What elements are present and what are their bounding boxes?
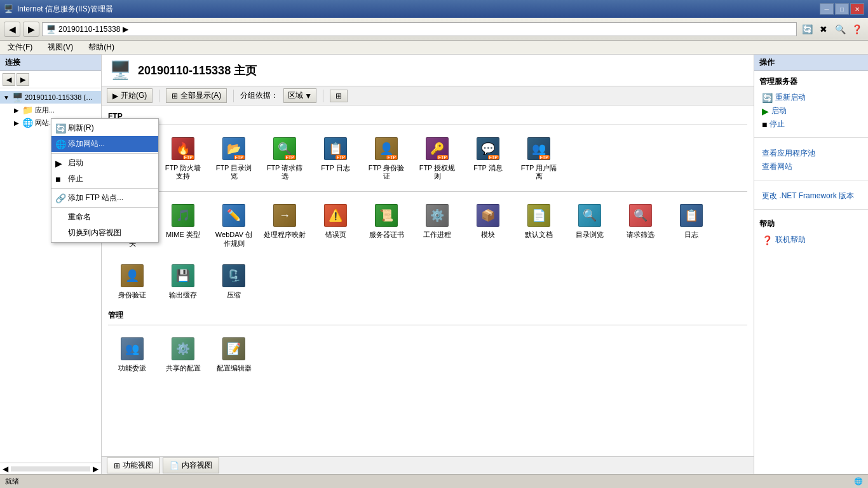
- sidebar-tool-btn-1[interactable]: ◀: [3, 73, 15, 86]
- ftp-perm-img: 🔑 FTP: [424, 136, 450, 161]
- icon-ftp-log[interactable]: 📋 FTP FTP 日志: [311, 132, 360, 185]
- title-bar: 🖥️ Internet 信息服务(IIS)管理器 ─ □ ✕: [0, 0, 868, 18]
- icon-output-cache[interactable]: 💾 输出缓存: [159, 259, 207, 304]
- sidebar-scroll-left[interactable]: ◀: [3, 464, 8, 473]
- right-panel-header: 操作: [754, 55, 868, 71]
- maximize-button[interactable]: □: [835, 3, 849, 15]
- ctx-refresh-icon: 🔄: [55, 123, 66, 133]
- default-doc-img: 📄: [526, 203, 552, 228]
- sidebar-header: 连接: [0, 55, 101, 71]
- feature-view-tab[interactable]: ⊞ 功能视图: [107, 458, 160, 473]
- toolbar-start-btn[interactable]: ▶ 开始(G): [107, 88, 153, 103]
- content-title: 20190110-115338 主页: [138, 63, 257, 78]
- group-by-dropdown[interactable]: 区域 ▼: [283, 88, 316, 103]
- ftp-section-label: FTP: [108, 112, 747, 121]
- ctx-sep-2: [51, 188, 158, 189]
- content-header: 🖥️ 20190110-115338 主页: [102, 55, 754, 86]
- icon-log[interactable]: 📋 日志: [667, 198, 715, 252]
- sidebar-scrollbar[interactable]: [11, 466, 90, 471]
- ftp-log-img: 📋 FTP: [323, 136, 348, 161]
- right-link-start[interactable]: ▶ 启动: [759, 104, 863, 118]
- right-link-restart[interactable]: 🔄 重新启动: [759, 91, 863, 104]
- start-icon: ▶: [762, 106, 769, 116]
- toolbar-show-all-btn[interactable]: ⊞ 全部显示(A): [166, 88, 227, 103]
- req-filter-label: 请求筛选: [627, 231, 654, 239]
- icon-ftp-firewall[interactable]: 🔥 FTP FTP 防火墙支持: [159, 132, 207, 185]
- icon-req-filter[interactable]: 🔍 请求筛选: [616, 198, 665, 252]
- ctx-rename[interactable]: 重命名: [51, 209, 158, 225]
- right-link-view-site[interactable]: 查看网站: [759, 160, 863, 173]
- ctx-refresh[interactable]: 🔄 刷新(R): [51, 120, 158, 136]
- view-site-label: 查看网站: [762, 161, 792, 172]
- icon-auth[interactable]: 👤 身份验证: [108, 259, 156, 304]
- back-button[interactable]: ◀: [4, 22, 20, 37]
- ftp-req-filter-img: 🔍 FTP: [272, 136, 297, 161]
- icon-module[interactable]: 📦 模块: [464, 198, 512, 252]
- iis-section-divider: [108, 191, 747, 192]
- menu-view[interactable]: 视图(V): [44, 41, 77, 54]
- ftp-req-filter-label: FTP 请求筛选: [264, 164, 306, 180]
- icon-mime[interactable]: 🎵 MIME 类型: [159, 198, 207, 252]
- ftp-firewall-label: FTP 防火墙支持: [162, 164, 204, 180]
- ftp-msg-label: FTP 消息: [473, 164, 503, 172]
- iis-icon-grid: 📄 HTTP 响应标头 🎵 MIME 类型 ✏️: [108, 198, 747, 252]
- view-toggle-btn[interactable]: ⊞: [330, 90, 348, 102]
- icon-ftp-perm[interactable]: 🔑 FTP FTP 授权规则: [413, 132, 461, 185]
- ftp-firewall-img: 🔥 FTP: [170, 136, 196, 161]
- ftp-section-divider: [108, 125, 747, 125]
- webdav-label: WebDAV 创作规则: [213, 231, 255, 247]
- icon-handler[interactable]: → 处理程序映射: [261, 198, 309, 252]
- right-section-view: 查看应用程序池 查看网站: [754, 142, 868, 176]
- right-link-view-apppool[interactable]: 查看应用程序池: [759, 147, 863, 160]
- help-nav-button[interactable]: ❓: [849, 22, 864, 37]
- forward-button[interactable]: ▶: [23, 22, 39, 37]
- change-dotnet-label: 更改 .NET Framework 版本: [762, 191, 854, 201]
- icon-webdav[interactable]: ✏️ WebDAV 创作规则: [210, 198, 258, 252]
- icon-ftp-dir-browse[interactable]: 📂 FTP FTP 目录浏览: [210, 132, 258, 185]
- icon-worker[interactable]: ⚙️ 工作进程: [413, 198, 461, 252]
- default-doc-label: 默认文档: [525, 231, 553, 239]
- right-link-stop[interactable]: ■ 停止: [759, 118, 863, 131]
- tree-item-server[interactable]: ▼ 🖥️ 20190110-115338 (2...: [0, 91, 101, 104]
- close-button[interactable]: ✕: [850, 3, 864, 15]
- icon-compress[interactable]: 🗜️ 压缩: [210, 259, 258, 304]
- icon-cert[interactable]: 📜 服务器证书: [362, 198, 410, 252]
- menu-help[interactable]: 帮助(H): [85, 41, 118, 54]
- stop-nav-button[interactable]: ✖: [816, 22, 831, 37]
- icon-feat-delegate[interactable]: 👥 功能委派: [108, 332, 156, 377]
- search-nav-button[interactable]: 🔍: [832, 22, 848, 37]
- icon-ftp-auth[interactable]: 👤 FTP FTP 身份验证: [362, 132, 410, 185]
- content-title-icon: 🖥️: [109, 60, 132, 81]
- ctx-stop[interactable]: ■ 停止: [51, 171, 158, 187]
- icon-ftp-msg[interactable]: 💬 FTP FTP 消息: [464, 132, 512, 185]
- sidebar-tool-btn-2[interactable]: ▶: [17, 73, 29, 86]
- stop-icon: ■: [762, 119, 767, 130]
- title-bar-left: 🖥️ Internet 信息服务(IIS)管理器: [4, 4, 113, 15]
- sidebar-scroll-right[interactable]: ▶: [93, 464, 98, 473]
- right-panel: 操作 管理服务器 🔄 重新启动 ▶ 启动 ■ 停止 查看应用程序池 查看网站: [754, 55, 868, 474]
- icon-default-doc[interactable]: 📄 默认文档: [515, 198, 563, 252]
- refresh-button[interactable]: 🔄: [799, 22, 815, 37]
- icon-error[interactable]: ⚠️ 错误页: [311, 198, 360, 252]
- ftp-log-label: FTP 日志: [321, 164, 350, 172]
- ctx-start[interactable]: ▶ 启动: [51, 155, 158, 171]
- tree-item-apppool[interactable]: ▶ 📁 应用...: [0, 104, 101, 116]
- content-view-tab[interactable]: 📄 内容视图: [163, 458, 219, 473]
- req-filter-img: 🔍: [628, 203, 653, 228]
- icon-ftp-iso[interactable]: 👥 FTP FTP 用户隔离: [515, 132, 563, 185]
- navigation-bar: ◀ ▶ 🖥️ 20190110-115338 ▶ 🔄 ✖ 🔍 ❓: [0, 18, 868, 41]
- ctx-switch-view[interactable]: 切换到内容视图: [51, 225, 158, 241]
- sidebar: 连接 ◀ ▶ ▼ 🖥️ 20190110-115338 (2... ▶ 📁 应用…: [0, 55, 102, 474]
- right-link-online-help[interactable]: ❓ 联机帮助: [759, 233, 863, 247]
- icon-config-editor[interactable]: 📝 配置编辑器: [210, 332, 258, 377]
- right-link-change-dotnet[interactable]: 更改 .NET Framework 版本: [759, 189, 863, 203]
- ctx-add-site[interactable]: 🌐 添加网站...: [51, 136, 158, 152]
- menu-file[interactable]: 文件(F): [4, 41, 36, 54]
- icon-shared-config[interactable]: ⚙️ 共享的配置: [159, 332, 207, 377]
- minimize-button[interactable]: ─: [820, 3, 834, 15]
- icon-dir-browse[interactable]: 🔍 目录浏览: [566, 198, 614, 252]
- log-img: 📋: [679, 203, 704, 228]
- ctx-add-ftp[interactable]: 🔗 添加 FTP 站点...: [51, 190, 158, 206]
- icon-ftp-req-filter[interactable]: 🔍 FTP FTP 请求筛选: [261, 132, 309, 185]
- content-toolbar: ▶ 开始(G) ⊞ 全部显示(A) 分组依据： 区域 ▼ ⊞: [102, 86, 754, 105]
